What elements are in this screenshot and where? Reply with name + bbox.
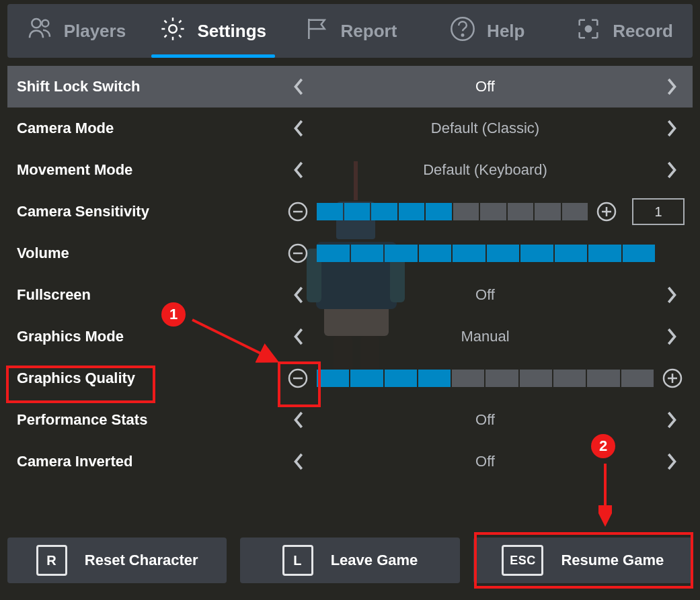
- camera-mode-prev[interactable]: [286, 115, 313, 142]
- row-performance-stats: Performance Stats Off: [7, 399, 693, 441]
- label-performance-stats: Performance Stats: [17, 411, 286, 429]
- row-camera-inverted: Camera Inverted Off: [7, 441, 693, 482]
- shift-lock-next[interactable]: [658, 73, 685, 100]
- fullscreen-value: Off: [313, 286, 658, 304]
- row-movement-mode: Movement Mode Default (Keyboard): [7, 149, 693, 191]
- tab-label: Players: [64, 21, 126, 42]
- leave-label: Leave Game: [331, 552, 418, 569]
- fullscreen-next[interactable]: [658, 282, 685, 308]
- fullscreen-prev[interactable]: [286, 282, 313, 308]
- key-r: R: [36, 545, 67, 576]
- performance-stats-prev[interactable]: [286, 406, 313, 433]
- record-icon: [575, 15, 602, 47]
- label-shift-lock: Shift Lock Switch: [17, 78, 286, 95]
- camera-mode-value: Default (Classic): [313, 120, 658, 137]
- tab-label: Record: [613, 21, 673, 42]
- camera-sensitivity-input[interactable]: [632, 198, 685, 225]
- label-movement-mode: Movement Mode: [17, 161, 286, 179]
- label-camera-mode: Camera Mode: [17, 120, 286, 137]
- movement-mode-value: Default (Keyboard): [313, 161, 658, 179]
- row-graphics-mode: Graphics Mode Manual: [7, 316, 693, 357]
- camera-sensitivity-slider[interactable]: [317, 203, 588, 220]
- reset-character-button[interactable]: R Reset Character: [7, 538, 227, 583]
- gear-icon: [159, 15, 186, 47]
- reset-label: Reset Character: [85, 552, 198, 569]
- svg-point-0: [32, 19, 40, 28]
- graphics-mode-next[interactable]: [658, 323, 685, 350]
- settings-panel: Shift Lock Switch Off Camera Mode Defaul…: [7, 66, 693, 482]
- shift-lock-value: Off: [313, 78, 658, 95]
- graphics-quality-plus[interactable]: [660, 366, 685, 390]
- leave-game-button[interactable]: L Leave Game: [240, 538, 459, 583]
- row-graphics-quality: Graphics Quality: [7, 357, 693, 399]
- volume-minus[interactable]: [286, 241, 310, 265]
- camera-inverted-value: Off: [313, 453, 658, 470]
- row-camera-mode: Camera Mode Default (Classic): [7, 108, 693, 149]
- label-graphics-quality: Graphics Quality: [17, 370, 286, 387]
- tab-label: Settings: [197, 21, 266, 42]
- camera-sensitivity-plus[interactable]: [594, 200, 619, 224]
- movement-mode-next[interactable]: [658, 157, 685, 183]
- row-volume: Volume: [7, 232, 693, 274]
- svg-point-4: [462, 34, 464, 36]
- svg-point-1: [42, 19, 48, 26]
- tabbar: Players Settings Report Help: [7, 4, 693, 58]
- row-shift-lock: Shift Lock Switch Off: [7, 66, 693, 108]
- graphics-quality-minus[interactable]: [286, 366, 310, 390]
- tab-report[interactable]: Report: [282, 4, 419, 58]
- label-graphics-mode: Graphics Mode: [17, 328, 286, 345]
- people-icon: [26, 15, 53, 47]
- volume-slider[interactable]: [317, 245, 655, 262]
- label-camera-sensitivity: Camera Sensitivity: [17, 203, 286, 220]
- label-fullscreen: Fullscreen: [17, 286, 286, 304]
- graphics-quality-slider[interactable]: [317, 370, 654, 387]
- tab-players[interactable]: Players: [7, 4, 145, 58]
- tab-label: Report: [341, 21, 397, 42]
- key-l: L: [282, 545, 313, 576]
- key-esc: ESC: [502, 545, 543, 576]
- tab-record[interactable]: Record: [555, 4, 693, 58]
- flag-icon: [303, 15, 330, 47]
- camera-inverted-prev[interactable]: [286, 448, 313, 475]
- resume-label: Resume Game: [561, 552, 664, 569]
- performance-stats-value: Off: [313, 411, 658, 429]
- performance-stats-next[interactable]: [658, 406, 685, 433]
- row-camera-sensitivity: Camera Sensitivity: [7, 191, 693, 232]
- question-icon: [449, 15, 476, 47]
- graphics-mode-prev[interactable]: [286, 323, 313, 350]
- svg-point-5: [586, 26, 591, 31]
- resume-game-button[interactable]: ESC Resume Game: [473, 538, 693, 583]
- shift-lock-prev[interactable]: [286, 73, 313, 100]
- svg-point-2: [169, 25, 178, 33]
- label-volume: Volume: [17, 245, 286, 262]
- tab-label: Help: [487, 21, 524, 42]
- tab-help[interactable]: Help: [418, 4, 555, 58]
- row-fullscreen: Fullscreen Off: [7, 274, 693, 316]
- footer: R Reset Character L Leave Game ESC Resum…: [7, 538, 693, 583]
- tab-settings[interactable]: Settings: [145, 4, 282, 58]
- graphics-mode-value: Manual: [313, 328, 658, 345]
- camera-inverted-next[interactable]: [658, 448, 685, 475]
- movement-mode-prev[interactable]: [286, 157, 313, 183]
- label-camera-inverted: Camera Inverted: [17, 453, 286, 470]
- camera-sensitivity-minus[interactable]: [286, 200, 310, 224]
- camera-mode-next[interactable]: [658, 115, 685, 142]
